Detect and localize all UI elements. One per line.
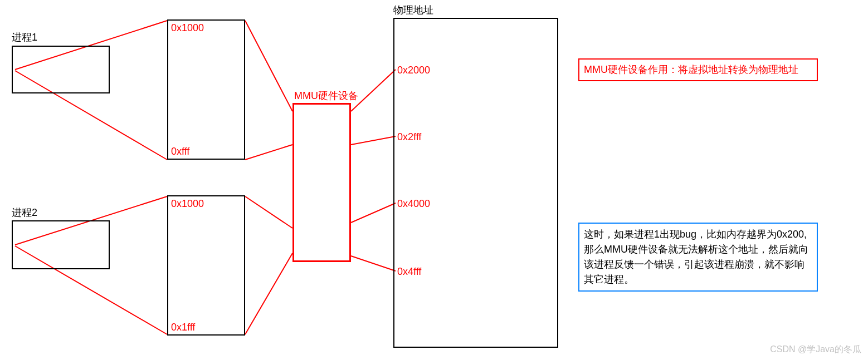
watermark: CSDN @学Java的冬瓜 (770, 344, 861, 356)
phys-addr-b: 0x2fff (397, 131, 421, 143)
phys-title: 物理地址 (393, 3, 433, 17)
mmu-box (292, 103, 351, 262)
svg-line-6 (245, 196, 292, 228)
phys-addr-d: 0x4fff (397, 266, 421, 278)
note-blue: 这时，如果进程1出现bug，比如内存越界为0x200,那么MMU硬件设备就无法解… (578, 223, 818, 292)
phys-addr-c: 0x4000 (397, 198, 430, 210)
svg-line-11 (351, 256, 396, 271)
svg-line-9 (351, 136, 396, 145)
process1-title: 进程1 (12, 31, 37, 44)
virt1-end: 0xfff (171, 146, 189, 157)
phys-addr-a: 0x2000 (397, 65, 430, 76)
virt2-start: 0x1000 (171, 198, 204, 210)
note-red: MMU硬件设备作用：将虚拟地址转换为物理地址 (578, 58, 818, 81)
process1-box (12, 46, 110, 93)
process2-title: 进程2 (12, 206, 37, 219)
svg-line-4 (245, 21, 292, 111)
mmu-label: MMU硬件设备 (294, 89, 358, 102)
virt1-start: 0x1000 (171, 22, 204, 34)
svg-line-7 (245, 253, 292, 334)
svg-line-10 (351, 203, 396, 223)
virtual-space-1 (167, 19, 245, 160)
virt2-end: 0x1fff (171, 322, 195, 333)
virtual-space-2 (167, 195, 245, 336)
svg-line-5 (245, 145, 292, 160)
process2-box (12, 220, 110, 269)
